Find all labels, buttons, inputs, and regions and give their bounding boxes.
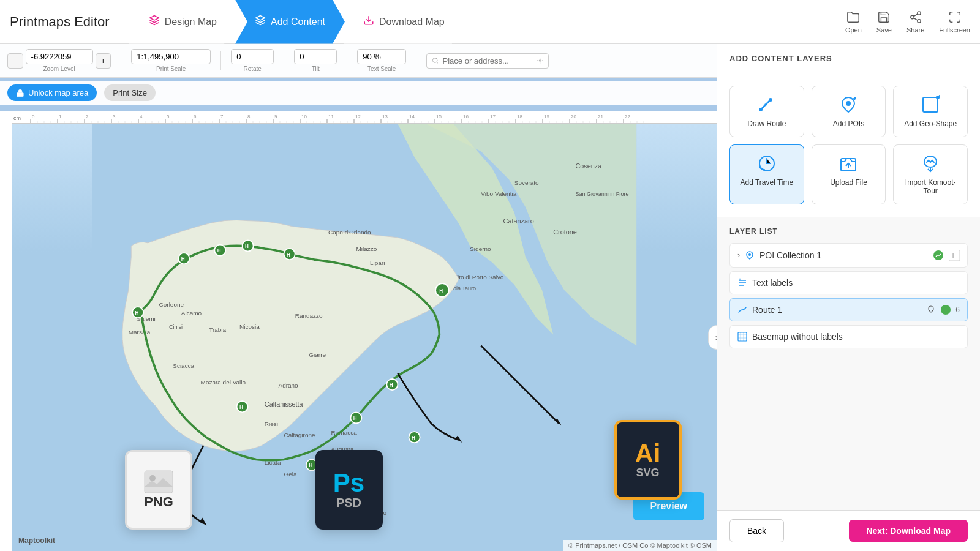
tilt-input[interactable] — [294, 49, 337, 64]
rotate-input[interactable] — [231, 49, 274, 64]
svg-text:H: H — [287, 252, 290, 258]
svg-point-166 — [243, 240, 254, 251]
add-pois-label: Add POIs — [833, 119, 864, 128]
import-komoot-label: Import Komoot-Tour — [899, 178, 962, 195]
next-button[interactable]: Next: Download Map — [849, 520, 968, 542]
design-tab-label: Design Map — [165, 17, 217, 28]
add-pois-button[interactable]: Add POIs — [812, 86, 886, 137]
sep4 — [347, 51, 347, 70]
svg-text:Corleone: Corleone — [159, 301, 184, 308]
svg-text:Alcamo: Alcamo — [181, 310, 202, 317]
tilt-label: Tilt — [294, 66, 337, 72]
svg-text:Randazzo: Randazzo — [295, 312, 323, 319]
svg-text:Caltanissetta: Caltanissetta — [265, 400, 304, 408]
step-tab-download[interactable]: Download Map — [344, 0, 464, 44]
text-scale-input[interactable] — [357, 49, 406, 64]
add-travel-time-button[interactable]: Add Travel Time — [729, 144, 804, 204]
share-button[interactable]: Share — [907, 10, 924, 34]
poi-text-icon[interactable]: T — [949, 250, 960, 261]
svg-point-176 — [409, 432, 420, 443]
svg-text:H: H — [181, 257, 185, 262]
main-content: − Zoom Level + Print Scale Rotate Tilt — [0, 44, 980, 551]
lock-icon — [16, 89, 24, 97]
scale-input[interactable] — [131, 49, 211, 64]
svg-text:Milazzo: Milazzo — [356, 246, 377, 252]
layer-item-poi-collection[interactable]: › POI Collection 1 T — [729, 243, 968, 268]
png-format-icon: PNG — [125, 450, 192, 530]
svg-text:Adrano: Adrano — [278, 382, 298, 389]
back-button[interactable]: Back — [729, 519, 784, 542]
svg-marker-184 — [200, 518, 207, 526]
svg-text:22: 22 — [625, 114, 630, 119]
svg-rect-10 — [12, 111, 717, 124]
svg-text:3: 3 — [113, 114, 116, 119]
svg-point-160 — [132, 307, 143, 318]
geo-icon — [921, 95, 940, 114]
svg-text:H: H — [135, 310, 139, 316]
map-canvas[interactable]: Cosenza San Giovanni in Fiore Crotone Ca… — [12, 124, 717, 551]
svg-text:Trabia: Trabia — [209, 326, 226, 333]
svg-text:10: 10 — [301, 114, 307, 119]
svg-text:Vibo Valentia: Vibo Valentia — [481, 190, 516, 197]
svg-text:Sciacca: Sciacca — [173, 362, 194, 369]
location-search[interactable] — [426, 53, 549, 69]
layer-item-basemap[interactable]: Basemap without labels — [729, 325, 968, 348]
layer-item-route-1[interactable]: Route 1 6 — [729, 298, 968, 321]
svg-text:12: 12 — [355, 114, 361, 119]
fullscreen-label: Fullscreen — [939, 26, 970, 34]
svg-text:H: H — [309, 463, 312, 468]
svg-text:Gioia Tauro: Gioia Tauro — [448, 285, 476, 291]
svg-text:Capo d'Orlando: Capo d'Orlando — [328, 229, 371, 236]
layer-item-text-labels[interactable]: Text labels — [729, 271, 968, 294]
route-layer-actions: 6 — [926, 305, 960, 315]
png-label: PNG — [144, 494, 173, 510]
print-size-button[interactable]: Print Size — [104, 84, 156, 101]
svg-text:1: 1 — [59, 114, 62, 119]
svg-text:San Giovanni in Fiore: San Giovanni in Fiore — [575, 191, 628, 197]
zoom-input[interactable] — [26, 49, 93, 64]
open-label: Open — [845, 26, 862, 34]
right-panel: ADD CONTENT LAYERS Draw Route — [717, 44, 980, 551]
svg-point-2 — [910, 15, 914, 19]
route-count: 6 — [956, 305, 960, 314]
map-area[interactable]: − Zoom Level + Print Scale Rotate Tilt — [0, 44, 717, 551]
logo-sub: Editor — [70, 14, 110, 29]
sep3 — [284, 51, 284, 70]
svg-text:Ramacca: Ramacca — [331, 429, 358, 436]
svg-text:21: 21 — [598, 114, 603, 119]
panel-header: ADD CONTENT LAYERS — [717, 44, 980, 73]
text-scale-label: Text Scale — [357, 66, 406, 72]
poi-edit-icon[interactable] — [933, 250, 944, 261]
svg-text:Cinisi: Cinisi — [169, 324, 183, 330]
save-button[interactable]: Save — [876, 10, 892, 34]
step-tab-design[interactable]: Design Map — [129, 0, 236, 44]
panel-title: ADD CONTENT LAYERS — [729, 54, 968, 63]
upload-file-button[interactable]: Upload File — [812, 144, 886, 204]
fullscreen-button[interactable]: Fullscreen — [939, 10, 970, 34]
svg-text:16: 16 — [463, 114, 469, 119]
svg-text:8: 8 — [247, 114, 251, 119]
open-button[interactable]: Open — [845, 10, 862, 34]
add-geo-shape-button[interactable]: Add Geo-Shape — [893, 86, 968, 137]
step-tab-add-content[interactable]: Add Content — [235, 0, 345, 44]
svg-text:7: 7 — [221, 114, 224, 119]
draw-route-button[interactable]: Draw Route — [729, 86, 804, 137]
svg-point-202 — [748, 253, 751, 256]
search-input[interactable] — [443, 56, 533, 66]
logo-text: Printmaps — [10, 14, 70, 29]
svg-marker-186 — [556, 418, 562, 425]
layer-buttons-grid: Draw Route Add POIs Add Geo — [717, 73, 980, 217]
copyright-text: © Printmaps.net / OSM Co © Maptoolkit © … — [568, 542, 712, 549]
svg-point-170 — [435, 283, 449, 297]
svg-text:9: 9 — [274, 114, 277, 119]
import-komoot-button[interactable]: Import Komoot-Tour — [893, 144, 968, 204]
svg-point-8 — [539, 60, 541, 62]
zoom-plus[interactable]: + — [96, 53, 111, 69]
svg-text:Soverato: Soverato — [514, 179, 539, 186]
panel-collapse-button[interactable]: › — [708, 325, 717, 350]
zoom-minus[interactable]: − — [7, 53, 23, 69]
svg-text:4: 4 — [140, 114, 143, 119]
svg-text:H: H — [390, 383, 393, 388]
download-tab-label: Download Map — [379, 17, 445, 28]
unlock-map-button[interactable]: Unlock map area — [7, 84, 97, 101]
